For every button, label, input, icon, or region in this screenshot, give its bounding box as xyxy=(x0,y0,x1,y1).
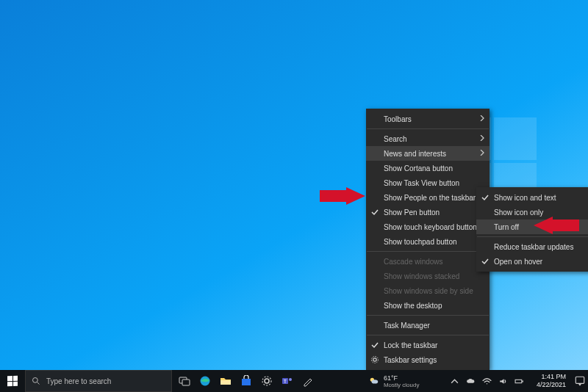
menu-item-label: Reduce taskbar updates xyxy=(494,243,573,251)
wifi-icon xyxy=(482,377,492,386)
menu-separator xyxy=(367,128,489,129)
menu-item-show-task-view[interactable]: Show Task View button xyxy=(366,175,490,190)
tray-network[interactable] xyxy=(481,374,494,388)
taskbar-pinned-apps: T xyxy=(172,370,320,392)
menu-item-label: Lock the taskbar xyxy=(384,341,437,349)
store-app[interactable] xyxy=(237,370,256,392)
tray-volume[interactable] xyxy=(497,374,510,388)
menu-separator xyxy=(367,251,489,252)
menu-item-label: Search xyxy=(384,135,407,143)
svg-rect-5 xyxy=(182,380,190,385)
pen-icon xyxy=(302,375,314,387)
menu-item-show-cortana[interactable]: Show Cortana button xyxy=(366,161,490,175)
menu-item-label: Turn off xyxy=(494,223,519,231)
tray-onedrive[interactable] xyxy=(465,374,478,388)
menu-item-label: Show icon only xyxy=(494,208,543,217)
edge-app[interactable] xyxy=(196,370,215,392)
notification-icon xyxy=(574,375,586,387)
menu-item-label: Show Pen button xyxy=(384,208,440,217)
svg-line-3 xyxy=(37,382,40,385)
weather-condition: Mostly cloudy xyxy=(384,382,419,388)
taskbar-search[interactable]: Type here to search xyxy=(25,370,172,392)
gear-icon xyxy=(261,375,273,387)
file-explorer-app[interactable] xyxy=(216,370,235,392)
menu-item-lock-taskbar[interactable]: Lock the taskbar xyxy=(366,338,490,352)
menu-item-label: Show People on the taskbar xyxy=(384,194,476,202)
settings-app[interactable] xyxy=(257,370,276,392)
task-view-icon xyxy=(179,375,190,387)
teams-icon: T xyxy=(282,375,293,387)
search-placeholder: Type here to search xyxy=(46,377,111,385)
menu-item-show-pen[interactable]: Show Pen button xyxy=(366,205,490,219)
svg-rect-17 xyxy=(523,380,524,382)
search-icon xyxy=(32,377,40,385)
check-icon xyxy=(481,257,490,266)
chevron-up-icon xyxy=(450,377,459,386)
svg-point-1 xyxy=(372,357,379,363)
annotation-arrow-right xyxy=(534,217,579,234)
menu-item-toolbars[interactable]: Toolbars xyxy=(366,112,490,126)
gear-icon xyxy=(370,355,379,364)
chevron-right-icon xyxy=(479,115,485,121)
check-icon xyxy=(370,341,379,349)
desktop[interactable]: Toolbars Search News and interests Show … xyxy=(0,0,588,392)
chevron-right-icon xyxy=(479,150,485,156)
submenu-item-reduce-updates[interactable]: Reduce taskbar updates xyxy=(476,239,588,254)
action-center-button[interactable] xyxy=(572,370,588,392)
menu-item-label: Task Manager xyxy=(384,322,430,330)
menu-item-show-touch-keyboard[interactable]: Show touch keyboard button xyxy=(366,219,490,234)
edge-icon xyxy=(199,375,211,387)
clock-date: 4/22/2021 xyxy=(537,381,566,389)
svg-text:T: T xyxy=(284,379,287,384)
taskbar-clock[interactable]: 1:41 PM 4/22/2021 xyxy=(531,370,572,392)
menu-item-side-by-side: Show windows side by side xyxy=(366,283,490,298)
clock-time: 1:41 PM xyxy=(541,373,566,381)
menu-item-label: Show windows stacked xyxy=(384,272,459,280)
svg-point-0 xyxy=(373,358,376,361)
taskbar-context-menu: Toolbars Search News and interests Show … xyxy=(366,109,490,370)
menu-item-label: Taskbar settings xyxy=(384,356,437,364)
menu-item-label: Show windows side by side xyxy=(384,287,473,295)
teams-app[interactable]: T xyxy=(278,370,297,392)
windows-logo-icon xyxy=(7,376,18,387)
tray-battery[interactable] xyxy=(513,374,526,388)
taskbar: Type here to search T xyxy=(0,370,588,392)
start-button[interactable] xyxy=(0,370,25,392)
menu-separator xyxy=(367,335,489,335)
submenu-item-show-icon-text[interactable]: Show icon and text xyxy=(476,190,588,205)
task-view-button[interactable] xyxy=(175,370,194,392)
menu-item-news-and-interests[interactable]: News and interests xyxy=(366,146,490,161)
system-tray xyxy=(444,370,531,392)
tray-overflow[interactable] xyxy=(448,374,462,388)
svg-point-9 xyxy=(265,379,269,383)
folder-icon xyxy=(220,375,232,387)
svg-point-15 xyxy=(371,380,378,383)
weather-cloudy-icon xyxy=(369,376,379,386)
weather-temp: 61°F xyxy=(384,374,419,382)
svg-rect-18 xyxy=(576,377,584,383)
menu-item-show-touchpad[interactable]: Show touchpad button xyxy=(366,234,490,249)
menu-separator xyxy=(367,315,489,316)
menu-item-task-manager[interactable]: Task Manager xyxy=(366,318,490,333)
news-and-interests-widget[interactable]: 61°F Mostly cloudy xyxy=(363,370,444,392)
menu-item-search[interactable]: Search xyxy=(366,131,490,146)
menu-item-taskbar-settings[interactable]: Taskbar settings xyxy=(366,352,490,367)
menu-item-label: Show touchpad button xyxy=(384,238,457,246)
svg-rect-8 xyxy=(242,379,251,385)
menu-item-cascade: Cascade windows xyxy=(366,254,490,269)
svg-rect-7 xyxy=(220,380,231,385)
check-icon xyxy=(481,193,490,202)
annotation-arrow-left xyxy=(320,187,365,205)
cloud-icon xyxy=(466,377,476,386)
menu-item-label: Show touch keyboard button xyxy=(384,223,477,231)
menu-item-label: Show the desktop xyxy=(384,302,442,310)
menu-item-label: Show Cortana button xyxy=(384,164,453,173)
menu-item-stacked: Show windows stacked xyxy=(366,269,490,283)
menu-item-show-people[interactable]: Show People on the taskbar xyxy=(366,190,490,205)
menu-item-label: Cascade windows xyxy=(384,258,443,266)
submenu-item-open-on-hover[interactable]: Open on hover xyxy=(476,254,588,269)
menu-item-show-desktop[interactable]: Show the desktop xyxy=(366,298,490,313)
menu-item-label: Show icon and text xyxy=(494,194,556,202)
pen-button[interactable] xyxy=(298,370,318,392)
menu-item-label: News and interests xyxy=(384,150,446,158)
